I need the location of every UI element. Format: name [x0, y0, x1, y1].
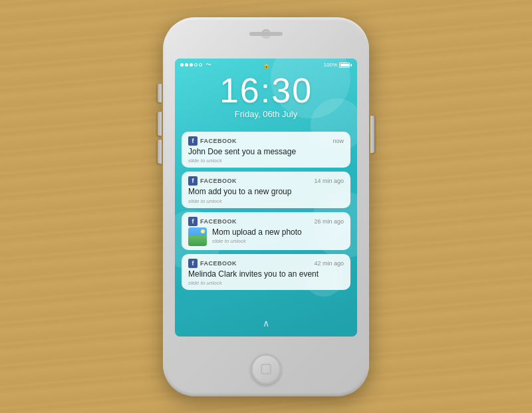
signal-dot-2 — [185, 63, 188, 67]
notif-unlock-2: slide to unlock — [188, 198, 344, 204]
photo-thumbnail — [188, 227, 207, 246]
facebook-icon-2: f — [188, 176, 198, 186]
volume-down-button[interactable] — [158, 140, 162, 164]
phone-device: 〜 🔒 100% 16:30 Frida — [163, 17, 369, 396]
volume-up-button[interactable] — [158, 112, 162, 136]
swipe-up-indicator: ∧ — [175, 318, 357, 329]
app-name-3: FACEBOOK — [200, 218, 237, 225]
notification-card-4[interactable]: f FACEBOOK 42 min ago Melinda Clark invi… — [182, 254, 350, 291]
home-button[interactable] — [251, 354, 281, 384]
signal-dot-4 — [194, 63, 198, 67]
notif-time-1: now — [332, 138, 344, 144]
battery-status: 100% — [324, 62, 352, 68]
battery-percentage: 100% — [324, 62, 337, 68]
battery-icon — [339, 63, 352, 68]
notif-message-4: Melinda Clark invites you to an event — [188, 269, 344, 280]
app-name-1: FACEBOOK — [200, 138, 237, 144]
notif-time-4: 42 min ago — [314, 260, 344, 267]
facebook-icon-4: f — [188, 259, 198, 268]
signal-strength: 〜 — [180, 61, 211, 69]
clock-time: 16:30 — [175, 73, 357, 108]
notif-unlock-4: slide to unlock — [188, 280, 344, 286]
mute-button[interactable] — [158, 84, 162, 102]
app-name-2: FACEBOOK — [200, 178, 237, 184]
signal-dot-1 — [180, 63, 184, 67]
phone-body: 〜 🔒 100% 16:30 Frida — [163, 17, 369, 396]
lock-indicator: 🔒 — [263, 59, 270, 72]
notif-time-2: 14 min ago — [314, 178, 344, 184]
notification-card-2[interactable]: f FACEBOOK 14 min ago Mom add you to a n… — [182, 172, 350, 208]
notif-message-1: John Doe sent you a message — [188, 147, 344, 158]
facebook-icon-3: f — [188, 217, 198, 226]
time-display: 16:30 Friday, 06th July — [175, 73, 357, 119]
speaker-grill — [249, 32, 283, 36]
wifi-icon: 〜 — [205, 61, 211, 69]
home-button-square — [261, 364, 271, 374]
notif-unlock-3: slide to unlock — [212, 238, 344, 244]
signal-dot-3 — [190, 63, 193, 67]
home-button-inner — [253, 356, 279, 382]
lock-icon: 🔒 — [263, 62, 270, 69]
notif-time-3: 26 min ago — [314, 218, 344, 225]
power-button[interactable] — [370, 116, 374, 153]
phone-screen: 〜 🔒 100% 16:30 Frida — [175, 59, 357, 337]
status-bar: 〜 🔒 100% — [175, 59, 357, 72]
notif-unlock-1: slide to unlock — [188, 158, 344, 164]
facebook-icon-1: f — [188, 136, 198, 146]
notification-card-1[interactable]: f FACEBOOK now John Doe sent you a messa… — [182, 132, 350, 168]
notification-list: f FACEBOOK now John Doe sent you a messa… — [182, 132, 350, 291]
app-name-4: FACEBOOK — [200, 260, 237, 267]
notif-message-2: Mom add you to a new group — [188, 187, 344, 198]
clock-date: Friday, 06th July — [175, 109, 357, 119]
notification-card-3[interactable]: f FACEBOOK 26 min ago Mom upload a new p… — [182, 212, 350, 250]
signal-dot-5 — [199, 63, 202, 67]
notif-message-3: Mom upload a new photo — [212, 227, 344, 238]
